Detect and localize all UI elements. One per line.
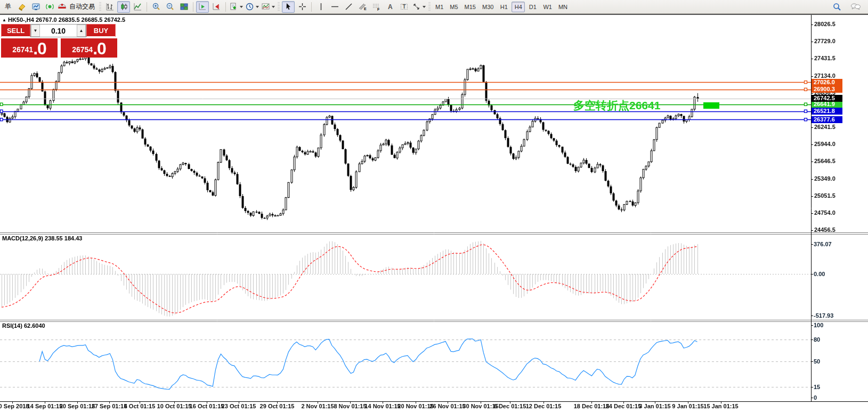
time-axis-label[interactable]: 23 Oct 01:15 [222,403,256,409]
arrows-button[interactable] [411,1,426,13]
chart-canvas[interactable] [0,0,868,412]
time-axis-label[interactable]: 29 Oct 01:15 [260,403,295,409]
line-chart-mode-button[interactable] [131,1,144,13]
hline-price-tag[interactable]: 26521.8 [812,108,842,115]
timeframe-m30[interactable]: M30 [480,2,496,12]
macd-axis-tick: -517.93 [814,312,833,319]
time-axis-label[interactable]: 24 Dec 01:15 [606,403,642,409]
bar-chart-mode-button[interactable] [103,1,116,13]
price-axis-tick: 27431.5 [814,55,835,61]
chart-annotation-text[interactable]: 多空转折点26641 [573,98,660,113]
horizontal-line-button[interactable] [328,1,341,13]
search-button[interactable] [831,1,843,13]
time-axis-label[interactable]: 15 Jan 01:15 [703,403,738,409]
chart-shift-button[interactable] [210,1,223,13]
time-axis-label[interactable]: 27 Sep 01:15 [92,403,127,409]
timeframe-d1[interactable]: D1 [526,2,539,12]
price-axis-tick: 28026.5 [814,21,835,27]
time-axis-label[interactable]: 14 Nov 01:15 [364,403,400,409]
price-axis-tick: 27134.0 [814,72,835,79]
cursor-button[interactable] [282,1,295,13]
toolbar-separator [225,2,226,12]
timeframe-m5[interactable]: M5 [447,2,460,12]
signals-icon-button[interactable] [43,1,56,13]
chat-button[interactable] [849,1,862,13]
indicators-icon [229,2,238,11]
new-order-icon-button[interactable] [15,1,28,13]
time-axis-label[interactable]: 26 Nov 01:15 [429,403,465,409]
hline-price-tag[interactable]: 26377.6 [812,116,842,123]
svg-text:F: F [377,7,380,11]
indicators-button[interactable] [229,1,244,13]
volume-increase-button[interactable]: ▲ [77,25,86,37]
time-axis-label[interactable]: 8 Nov 01:15 [334,403,366,409]
time-axis-label[interactable]: 12 Dec 01:15 [526,403,562,409]
candlestick-mode-button[interactable] [117,1,130,13]
time-axis-label[interactable]: 20 Nov 01:15 [398,403,433,409]
volume-decrease-button[interactable]: ▼ [31,25,40,37]
trendline-button[interactable] [342,1,355,13]
price-axis-tick: 25944.0 [814,141,835,147]
timeframe-mn[interactable]: MN [556,2,570,12]
chat-bubbles-icon [850,2,861,11]
time-axis-label[interactable]: 3 Jan 01:15 [639,403,670,409]
periods-button[interactable] [245,1,259,13]
price-axis-tick: 25349.0 [814,175,835,182]
time-axis-label[interactable]: 30 Nov 01:15 [463,403,498,409]
time-axis-label[interactable]: 6 Dec 01:15 [494,403,526,409]
buy-price-display[interactable]: 26754.0 [61,38,117,58]
time-axis-label[interactable]: 4 Oct 01:15 [124,403,156,409]
clock-icon [245,2,254,11]
toolbar-separator [147,2,147,12]
templates-button[interactable] [261,1,275,13]
timeframe-m15[interactable]: M15 [462,2,478,12]
arrows-icon [412,2,421,11]
text-label-button[interactable]: T [398,1,410,13]
dropdown-arrow-icon [256,6,259,8]
crosshair-button[interactable] [296,1,309,13]
sell-price-display[interactable]: 26741.0 [1,38,58,58]
sell-button[interactable]: SELL [1,24,30,37]
svg-text:E: E [364,7,367,11]
time-axis-label[interactable]: 10 Sep 2018 [0,403,29,409]
tile-windows-button[interactable] [177,1,190,13]
equidistant-channel-button[interactable]: E [356,1,369,13]
timeframe-m1[interactable]: M1 [433,2,446,12]
autotrading-button[interactable]: 自动交易 [57,1,97,13]
new-order-button[interactable]: 单 [2,1,14,13]
hline-price-tag[interactable]: 27026.0 [812,79,842,86]
time-axis-label[interactable]: 18 Dec 01:15 [574,403,610,409]
text-button[interactable]: A [384,1,396,13]
timeframe-h1[interactable]: H1 [497,2,510,12]
timeframe-h4[interactable]: H4 [512,2,525,12]
line-chart-icon [133,2,142,11]
new-order-icon [18,2,27,11]
current-price-tag: 26742.5 [812,95,842,102]
zoom-out-button[interactable] [164,1,176,13]
time-axis-label[interactable]: 20 Sep 01:15 [60,403,95,409]
rsi-axis-tick: 80 [814,336,820,343]
fibonacci-button[interactable]: F [370,1,383,13]
chart-symbol-marker-icon: ▲ [2,18,6,22]
time-axis-label[interactable]: 2 Nov 01:15 [301,403,334,409]
price-axis-tick: 24754.0 [814,209,835,216]
sell-price-decimal: .0 [33,41,46,56]
buy-price-main: 26754 [72,43,93,56]
rsi-axis-tick: 50 [814,358,820,365]
one-click-trading-panel: SELL ▼ 0.10 ▲ BUY 26741.0 26754.0 [1,24,117,58]
time-axis-label[interactable]: 16 Oct 01:15 [190,403,224,409]
time-axis-label[interactable]: 10 Oct 01:15 [157,403,192,409]
zoom-in-button[interactable] [150,1,163,13]
timeframe-w1[interactable]: W1 [540,2,555,12]
charts-icon-button[interactable] [29,1,42,13]
time-axis-label[interactable]: 9 Jan 01:15 [672,403,703,409]
hline-price-tag[interactable]: 26900.3 [812,86,842,93]
text-label-icon: T [400,2,409,11]
volume-input[interactable]: 0.10 [40,25,77,37]
trendline-icon [344,2,353,11]
time-axis-label[interactable]: 14 Sep 01:15 [27,403,63,409]
dropdown-arrow-icon [272,6,275,8]
auto-scroll-button[interactable] [196,1,209,13]
vertical-line-button[interactable] [314,1,327,13]
buy-button[interactable]: BUY [86,24,116,37]
